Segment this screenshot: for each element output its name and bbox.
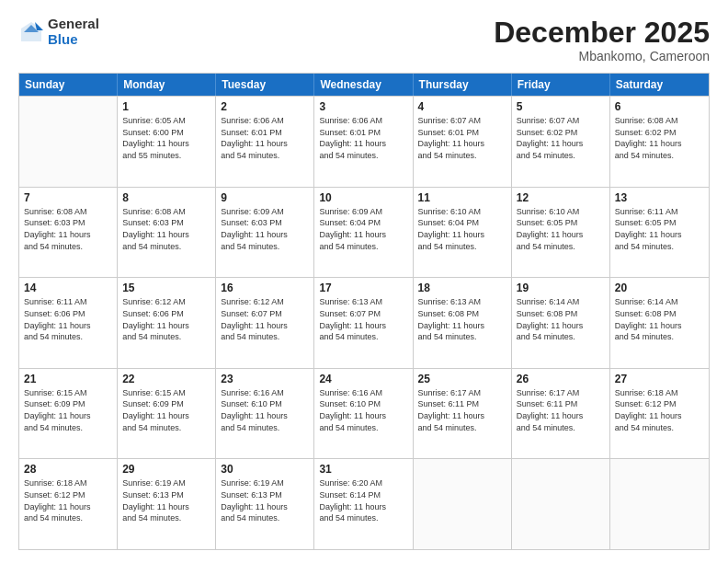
logo-icon bbox=[18, 19, 44, 45]
day-number: 23 bbox=[221, 373, 309, 385]
day-number: 5 bbox=[517, 100, 605, 113]
calendar-cell: 15Sunrise: 6:12 AM Sunset: 6:06 PM Dayli… bbox=[118, 278, 216, 368]
day-number: 4 bbox=[418, 100, 506, 113]
calendar-header-row: SundayMondayTuesdayWednesdayThursdayFrid… bbox=[19, 74, 709, 96]
logo-blue-text: Blue bbox=[48, 32, 99, 48]
month-title: December 2025 bbox=[494, 17, 710, 49]
day-info: Sunrise: 6:08 AM Sunset: 6:02 PM Dayligh… bbox=[615, 115, 704, 161]
title-block: December 2025 Mbankomo, Cameroon bbox=[494, 17, 710, 63]
calendar-header-cell: Monday bbox=[118, 74, 216, 96]
calendar-week-row: 1Sunrise: 6:05 AM Sunset: 6:00 PM Daylig… bbox=[19, 96, 709, 187]
calendar-cell: 29Sunrise: 6:19 AM Sunset: 6:13 PM Dayli… bbox=[118, 459, 216, 549]
calendar-cell: 19Sunrise: 6:14 AM Sunset: 6:08 PM Dayli… bbox=[512, 278, 610, 368]
calendar-cell: 22Sunrise: 6:15 AM Sunset: 6:09 PM Dayli… bbox=[118, 369, 216, 459]
header: General Blue December 2025 Mbankomo, Cam… bbox=[18, 17, 710, 63]
calendar-header-cell: Saturday bbox=[610, 74, 709, 96]
calendar-cell: 16Sunrise: 6:12 AM Sunset: 6:07 PM Dayli… bbox=[216, 278, 314, 368]
day-number: 24 bbox=[319, 373, 407, 385]
calendar-cell: 3Sunrise: 6:06 AM Sunset: 6:01 PM Daylig… bbox=[314, 97, 413, 187]
calendar-cell: 7Sunrise: 6:08 AM Sunset: 6:03 PM Daylig… bbox=[19, 188, 118, 278]
calendar-header-cell: Wednesday bbox=[314, 74, 413, 96]
calendar-cell: 5Sunrise: 6:07 AM Sunset: 6:02 PM Daylig… bbox=[512, 97, 610, 187]
day-number: 9 bbox=[221, 191, 309, 204]
calendar-week-row: 21Sunrise: 6:15 AM Sunset: 6:09 PM Dayli… bbox=[19, 368, 709, 459]
day-info: Sunrise: 6:06 AM Sunset: 6:01 PM Dayligh… bbox=[319, 115, 407, 161]
day-info: Sunrise: 6:09 AM Sunset: 6:03 PM Dayligh… bbox=[221, 206, 309, 252]
day-info: Sunrise: 6:10 AM Sunset: 6:04 PM Dayligh… bbox=[418, 206, 506, 252]
calendar-cell bbox=[414, 459, 512, 549]
day-info: Sunrise: 6:19 AM Sunset: 6:13 PM Dayligh… bbox=[122, 477, 210, 523]
day-info: Sunrise: 6:11 AM Sunset: 6:06 PM Dayligh… bbox=[24, 296, 112, 342]
calendar-header-cell: Sunday bbox=[19, 74, 118, 96]
day-number: 7 bbox=[24, 191, 112, 204]
day-info: Sunrise: 6:14 AM Sunset: 6:08 PM Dayligh… bbox=[615, 296, 704, 342]
calendar-cell: 24Sunrise: 6:16 AM Sunset: 6:10 PM Dayli… bbox=[314, 369, 413, 459]
calendar-cell: 12Sunrise: 6:10 AM Sunset: 6:05 PM Dayli… bbox=[512, 188, 610, 278]
day-info: Sunrise: 6:13 AM Sunset: 6:08 PM Dayligh… bbox=[418, 296, 506, 342]
calendar-cell bbox=[610, 459, 709, 549]
calendar-cell: 13Sunrise: 6:11 AM Sunset: 6:05 PM Dayli… bbox=[610, 188, 709, 278]
day-number: 21 bbox=[24, 373, 112, 385]
day-number: 1 bbox=[122, 100, 210, 113]
day-number: 22 bbox=[122, 373, 210, 385]
day-info: Sunrise: 6:20 AM Sunset: 6:14 PM Dayligh… bbox=[319, 477, 407, 523]
day-number: 3 bbox=[319, 100, 407, 113]
page: General Blue December 2025 Mbankomo, Cam… bbox=[0, 0, 728, 563]
calendar-cell: 26Sunrise: 6:17 AM Sunset: 6:11 PM Dayli… bbox=[512, 369, 610, 459]
calendar-cell: 8Sunrise: 6:08 AM Sunset: 6:03 PM Daylig… bbox=[118, 188, 216, 278]
day-number: 18 bbox=[418, 282, 506, 294]
day-info: Sunrise: 6:12 AM Sunset: 6:07 PM Dayligh… bbox=[221, 296, 309, 342]
day-number: 12 bbox=[517, 191, 605, 204]
day-number: 13 bbox=[615, 191, 704, 204]
day-number: 14 bbox=[24, 282, 112, 294]
logo: General Blue bbox=[18, 17, 99, 47]
day-number: 29 bbox=[122, 463, 210, 476]
calendar-cell: 17Sunrise: 6:13 AM Sunset: 6:07 PM Dayli… bbox=[314, 278, 413, 368]
calendar-cell: 14Sunrise: 6:11 AM Sunset: 6:06 PM Dayli… bbox=[19, 278, 118, 368]
day-number: 2 bbox=[221, 100, 309, 113]
day-info: Sunrise: 6:10 AM Sunset: 6:05 PM Dayligh… bbox=[517, 206, 605, 252]
calendar-cell: 30Sunrise: 6:19 AM Sunset: 6:13 PM Dayli… bbox=[216, 459, 314, 549]
calendar-cell: 28Sunrise: 6:18 AM Sunset: 6:12 PM Dayli… bbox=[19, 459, 118, 549]
day-number: 16 bbox=[221, 282, 309, 294]
day-info: Sunrise: 6:08 AM Sunset: 6:03 PM Dayligh… bbox=[24, 206, 112, 252]
calendar-cell: 27Sunrise: 6:18 AM Sunset: 6:12 PM Dayli… bbox=[610, 369, 709, 459]
day-info: Sunrise: 6:11 AM Sunset: 6:05 PM Dayligh… bbox=[615, 206, 704, 252]
day-info: Sunrise: 6:16 AM Sunset: 6:10 PM Dayligh… bbox=[319, 387, 407, 433]
day-number: 20 bbox=[615, 282, 704, 294]
day-info: Sunrise: 6:18 AM Sunset: 6:12 PM Dayligh… bbox=[24, 477, 112, 523]
day-number: 8 bbox=[122, 191, 210, 204]
day-info: Sunrise: 6:19 AM Sunset: 6:13 PM Dayligh… bbox=[221, 477, 309, 523]
calendar-header-cell: Tuesday bbox=[216, 74, 314, 96]
location-subtitle: Mbankomo, Cameroon bbox=[494, 49, 710, 63]
calendar-body: 1Sunrise: 6:05 AM Sunset: 6:00 PM Daylig… bbox=[19, 96, 709, 549]
day-info: Sunrise: 6:07 AM Sunset: 6:02 PM Dayligh… bbox=[517, 115, 605, 161]
day-info: Sunrise: 6:05 AM Sunset: 6:00 PM Dayligh… bbox=[122, 115, 210, 161]
calendar-cell: 21Sunrise: 6:15 AM Sunset: 6:09 PM Dayli… bbox=[19, 369, 118, 459]
day-number: 6 bbox=[615, 100, 704, 113]
day-info: Sunrise: 6:08 AM Sunset: 6:03 PM Dayligh… bbox=[122, 206, 210, 252]
day-number: 26 bbox=[517, 373, 605, 385]
day-info: Sunrise: 6:15 AM Sunset: 6:09 PM Dayligh… bbox=[24, 387, 112, 433]
day-info: Sunrise: 6:06 AM Sunset: 6:01 PM Dayligh… bbox=[221, 115, 309, 161]
day-info: Sunrise: 6:12 AM Sunset: 6:06 PM Dayligh… bbox=[122, 296, 210, 342]
day-info: Sunrise: 6:17 AM Sunset: 6:11 PM Dayligh… bbox=[517, 387, 605, 433]
calendar-cell: 11Sunrise: 6:10 AM Sunset: 6:04 PM Dayli… bbox=[414, 188, 512, 278]
logo-general-text: General bbox=[48, 17, 99, 32]
calendar-cell: 25Sunrise: 6:17 AM Sunset: 6:11 PM Dayli… bbox=[414, 369, 512, 459]
calendar-cell bbox=[512, 459, 610, 549]
calendar-cell: 31Sunrise: 6:20 AM Sunset: 6:14 PM Dayli… bbox=[314, 459, 413, 549]
day-number: 31 bbox=[319, 463, 407, 476]
calendar-cell: 1Sunrise: 6:05 AM Sunset: 6:00 PM Daylig… bbox=[118, 97, 216, 187]
calendar-week-row: 7Sunrise: 6:08 AM Sunset: 6:03 PM Daylig… bbox=[19, 187, 709, 278]
calendar-cell: 9Sunrise: 6:09 AM Sunset: 6:03 PM Daylig… bbox=[216, 188, 314, 278]
day-info: Sunrise: 6:09 AM Sunset: 6:04 PM Dayligh… bbox=[319, 206, 407, 252]
day-number: 19 bbox=[517, 282, 605, 294]
day-number: 25 bbox=[418, 373, 506, 385]
calendar-week-row: 28Sunrise: 6:18 AM Sunset: 6:12 PM Dayli… bbox=[19, 458, 709, 549]
day-info: Sunrise: 6:17 AM Sunset: 6:11 PM Dayligh… bbox=[418, 387, 506, 433]
calendar-cell: 10Sunrise: 6:09 AM Sunset: 6:04 PM Dayli… bbox=[314, 188, 413, 278]
day-info: Sunrise: 6:13 AM Sunset: 6:07 PM Dayligh… bbox=[319, 296, 407, 342]
calendar-cell: 20Sunrise: 6:14 AM Sunset: 6:08 PM Dayli… bbox=[610, 278, 709, 368]
calendar-cell bbox=[19, 97, 118, 187]
